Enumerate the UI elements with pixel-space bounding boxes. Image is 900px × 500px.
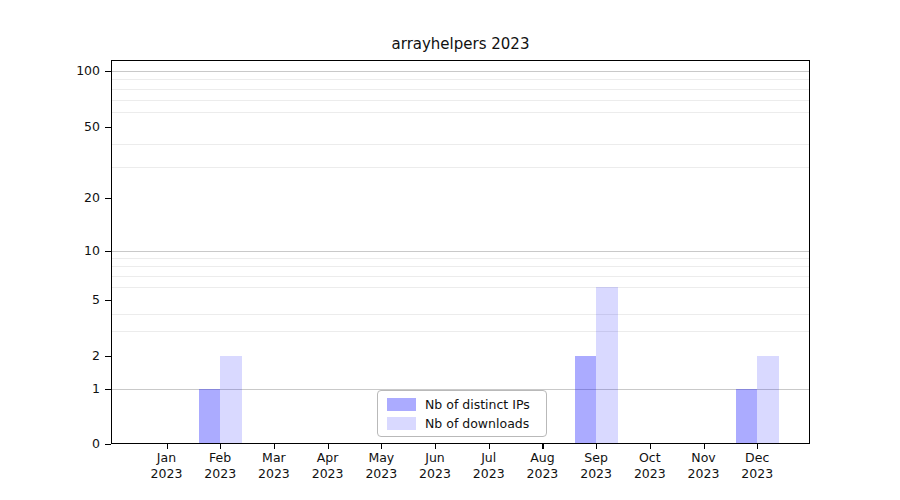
x-tick-label-year: 2023 — [674, 466, 734, 482]
x-tick-mark — [542, 444, 543, 449]
chart-figure: arrayhelpers 2023 0125102050100Jan2023Fe… — [0, 0, 900, 500]
y-gridline-major — [112, 71, 809, 72]
x-tick-label-year: 2023 — [190, 466, 250, 482]
x-tick-mark — [489, 444, 490, 449]
legend-swatch-downloads — [387, 417, 416, 430]
x-tick-label-month: Dec — [727, 450, 787, 466]
x-tick-mark — [381, 444, 382, 449]
y-tick-mark — [105, 251, 111, 252]
bar-downloads — [596, 287, 618, 444]
y-gridline-minor — [112, 112, 809, 113]
x-tick-label-year: 2023 — [727, 466, 787, 482]
y-gridline-minor — [112, 266, 809, 267]
x-tick-label-year: 2023 — [244, 466, 304, 482]
legend-swatch-distinct-ips — [387, 398, 416, 411]
x-tick-label-year: 2023 — [512, 466, 572, 482]
x-tick-label-month: Jan — [137, 450, 197, 466]
x-tick-label: Nov2023 — [674, 450, 734, 481]
y-tick-label: 100 — [28, 63, 100, 79]
legend-label-distinct-ips: Nb of distinct IPs — [425, 397, 530, 412]
legend-item-distinct-ips: Nb of distinct IPs — [387, 397, 537, 412]
x-tick-label: Aug2023 — [512, 450, 572, 481]
x-tick-mark — [167, 444, 168, 449]
y-tick-mark — [105, 198, 111, 199]
x-tick-label-year: 2023 — [351, 466, 411, 482]
y-tick-mark — [105, 389, 111, 390]
x-tick-label: Dec2023 — [727, 450, 787, 481]
y-gridline-major — [112, 251, 809, 252]
y-gridline-minor — [112, 287, 809, 288]
x-tick-label-month: Jul — [459, 450, 519, 466]
x-tick-label-year: 2023 — [298, 466, 358, 482]
y-tick-label: 10 — [28, 243, 100, 259]
y-tick-label: 5 — [28, 292, 100, 308]
y-tick-label: 0 — [28, 436, 100, 452]
x-tick-label-month: Apr — [298, 450, 358, 466]
x-tick-label: Oct2023 — [620, 450, 680, 481]
y-tick-mark — [105, 356, 111, 357]
axes-frame — [111, 60, 810, 444]
x-tick-label-year: 2023 — [405, 466, 465, 482]
x-tick-mark — [704, 444, 705, 449]
legend: Nb of distinct IPs Nb of downloads — [377, 390, 547, 437]
x-tick-label: May2023 — [351, 450, 411, 481]
y-tick-mark — [105, 444, 111, 445]
x-tick-label: Mar2023 — [244, 450, 304, 481]
y-gridline-minor — [112, 167, 809, 168]
x-tick-label-month: Jun — [405, 450, 465, 466]
x-tick-label-month: Aug — [512, 450, 572, 466]
x-tick-label-month: May — [351, 450, 411, 466]
y-gridline-minor — [112, 276, 809, 277]
x-tick-mark — [220, 444, 221, 449]
y-gridline-minor — [112, 100, 809, 101]
x-tick-label: Jul2023 — [459, 450, 519, 481]
x-tick-label-month: Feb — [190, 450, 250, 466]
legend-item-downloads: Nb of downloads — [387, 416, 537, 431]
y-gridline-minor — [112, 314, 809, 315]
bar-distinct-ips — [575, 356, 597, 444]
x-tick-label-month: Oct — [620, 450, 680, 466]
y-tick-mark — [105, 127, 111, 128]
x-tick-mark — [650, 444, 651, 449]
x-tick-label-month: Nov — [674, 450, 734, 466]
x-tick-label-year: 2023 — [566, 466, 626, 482]
y-gridline-minor — [112, 89, 809, 90]
x-tick-label-year: 2023 — [620, 466, 680, 482]
x-tick-label: Jun2023 — [405, 450, 465, 481]
y-tick-label: 1 — [28, 381, 100, 397]
x-tick-label: Feb2023 — [190, 450, 250, 481]
x-tick-label-month: Sep — [566, 450, 626, 466]
y-tick-mark — [105, 71, 111, 72]
x-tick-mark — [757, 444, 758, 449]
x-tick-label: Apr2023 — [298, 450, 358, 481]
bar-downloads — [220, 356, 242, 444]
chart-title: arrayhelpers 2023 — [111, 35, 810, 53]
bar-distinct-ips — [736, 389, 758, 444]
bar-downloads — [757, 356, 779, 444]
y-tick-label: 50 — [28, 119, 100, 135]
y-gridline-minor — [112, 331, 809, 332]
x-tick-mark — [328, 444, 329, 449]
x-tick-mark — [596, 444, 597, 449]
bar-distinct-ips — [199, 389, 221, 444]
x-tick-label-year: 2023 — [137, 466, 197, 482]
x-tick-label-month: Mar — [244, 450, 304, 466]
y-tick-mark — [105, 300, 111, 301]
y-tick-label: 20 — [28, 190, 100, 206]
legend-label-downloads: Nb of downloads — [425, 416, 529, 431]
x-tick-label-year: 2023 — [459, 466, 519, 482]
y-tick-label: 2 — [28, 348, 100, 364]
y-gridline-minor — [112, 258, 809, 259]
y-gridline-minor — [112, 144, 809, 145]
x-tick-mark — [274, 444, 275, 449]
x-tick-mark — [435, 444, 436, 449]
y-gridline-minor — [112, 79, 809, 80]
x-tick-label: Sep2023 — [566, 450, 626, 481]
x-tick-label: Jan2023 — [137, 450, 197, 481]
